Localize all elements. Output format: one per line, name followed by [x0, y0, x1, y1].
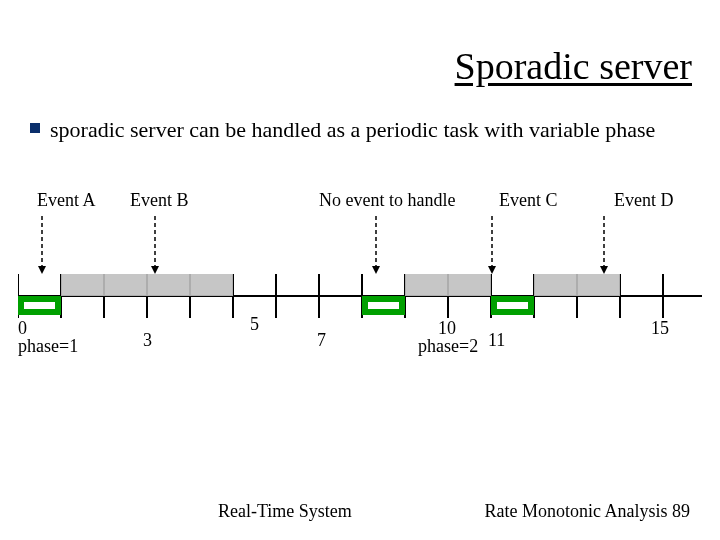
svg-marker-25 — [38, 266, 46, 274]
svg-marker-33 — [600, 266, 608, 274]
tick-5: 5 — [250, 314, 259, 335]
svg-rect-21 — [21, 299, 58, 312]
svg-rect-17 — [61, 274, 147, 296]
phase-2: phase=2 — [418, 336, 478, 357]
svg-rect-18 — [147, 274, 233, 296]
svg-marker-29 — [372, 266, 380, 274]
tick-3: 3 — [143, 330, 152, 351]
svg-rect-22 — [365, 299, 402, 312]
phase-1: phase=1 — [18, 336, 78, 357]
timeline-diagram: Event A Event B No event to handle Event… — [18, 190, 702, 360]
tick-7: 7 — [317, 330, 326, 351]
event-b-label: Event B — [130, 190, 189, 211]
svg-marker-27 — [151, 266, 159, 274]
footer-left: Real-Time System — [218, 501, 352, 522]
bullet-icon — [30, 123, 40, 133]
event-c-label: Event C — [499, 190, 558, 211]
event-a-label: Event A — [37, 190, 96, 211]
no-event-label: No event to handle — [319, 190, 455, 211]
svg-marker-31 — [488, 266, 496, 274]
svg-rect-20 — [534, 274, 620, 296]
svg-rect-23 — [494, 299, 531, 312]
svg-rect-19 — [405, 274, 491, 296]
event-d-label: Event D — [614, 190, 673, 211]
bullet-text: sporadic server can be handled as a peri… — [50, 116, 655, 144]
footer-right: Rate Monotonic Analysis 89 — [485, 501, 691, 522]
bullet-item: sporadic server can be handled as a peri… — [30, 116, 690, 144]
timeline-svg — [18, 214, 702, 344]
page-title: Sporadic server — [455, 44, 692, 88]
tick-15: 15 — [651, 318, 669, 339]
tick-11: 11 — [488, 330, 505, 351]
